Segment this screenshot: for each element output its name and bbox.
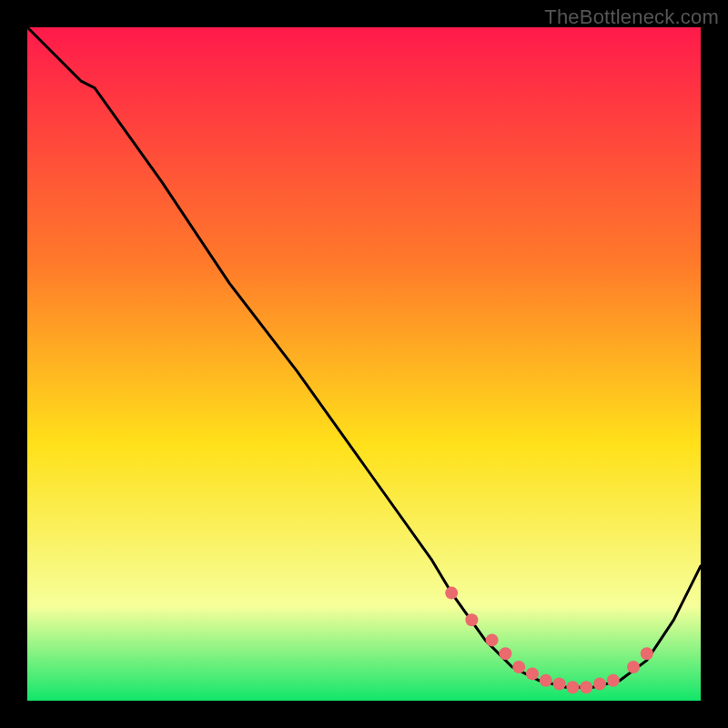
marker-dot xyxy=(553,678,566,691)
marker-dot xyxy=(512,661,525,673)
marker-dot xyxy=(641,647,653,660)
marker-dot xyxy=(465,613,478,626)
marker-dot xyxy=(445,587,458,600)
marker-dot xyxy=(499,647,511,660)
marker-dot xyxy=(580,681,592,693)
marker-dot xyxy=(627,661,640,673)
marker-dot xyxy=(540,674,552,687)
marker-dot xyxy=(607,674,620,687)
marker-dot xyxy=(566,681,579,693)
plot-area xyxy=(27,27,701,701)
plot-svg xyxy=(27,27,701,701)
chart-frame: TheBottleneck.com xyxy=(0,0,728,728)
marker-dot xyxy=(593,678,606,691)
marker-dot xyxy=(486,633,499,646)
gradient-background xyxy=(27,27,701,701)
marker-dot xyxy=(526,667,539,680)
watermark-text: TheBottleneck.com xyxy=(544,5,719,29)
